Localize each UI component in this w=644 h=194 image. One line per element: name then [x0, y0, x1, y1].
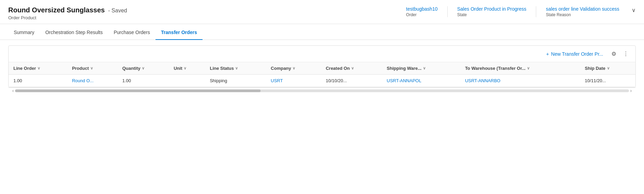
status-block-order: testbugbash10 Order [396, 6, 447, 17]
col-header-line-order[interactable]: Line Order ∨ [9, 62, 67, 75]
col-label-created-on: Created On [326, 66, 350, 71]
tab-summary[interactable]: Summary [8, 25, 40, 40]
more-icon: ⋮ [623, 51, 629, 57]
col-sort-shipping-ware: ∨ [423, 66, 426, 71]
col-header-to-warehouse[interactable]: To Warehouse (Transfer Or... ∨ [460, 62, 580, 75]
status-block-state: Sales Order Product in Progress State [447, 6, 536, 17]
col-header-shipping-ware[interactable]: Shipping Ware... ∨ [382, 62, 460, 75]
col-sort-product: ∨ [90, 66, 93, 71]
company-link[interactable]: USRT [271, 78, 283, 83]
col-label-company: Company [271, 66, 291, 71]
cell-product[interactable]: Round O... [67, 75, 118, 87]
table-row: 1.00 Round O... 1.00 Shipping USRT 10/10… [9, 75, 635, 87]
header-status-group: testbugbash10 Order Sales Order Product … [396, 6, 636, 17]
cell-unit [169, 75, 205, 87]
tabs-bar: Summary Orchestration Step Results Purch… [0, 25, 644, 40]
table-header-row: Line Order ∨ Product ∨ Quantity ∨ [9, 62, 635, 75]
main-content: + New Transfer Order Pr... ⚙ ⋮ Line Orde… [0, 40, 644, 99]
col-label-unit: Unit [174, 66, 182, 71]
col-sort-ship-date: ∨ [607, 66, 610, 71]
col-sort-created-on: ∨ [351, 66, 354, 71]
col-header-product[interactable]: Product ∨ [67, 62, 118, 75]
cell-ship-date: 10/11/20... [580, 75, 635, 87]
col-label-ship-date: Ship Date [585, 66, 606, 71]
col-sort-line-order: ∨ [37, 66, 40, 71]
col-sort-line-status: ∨ [235, 66, 238, 71]
order-value[interactable]: testbugbash10 [406, 6, 438, 12]
tab-transfer-orders[interactable]: Transfer Orders [156, 25, 203, 40]
col-label-line-order: Line Order [13, 66, 36, 71]
transfer-orders-table-container: + New Transfer Order Pr... ⚙ ⋮ Line Orde… [8, 45, 636, 87]
state-label: State [457, 12, 527, 17]
tab-orchestration[interactable]: Orchestration Step Results [40, 25, 108, 40]
col-label-shipping-ware: Shipping Ware... [387, 66, 422, 71]
transfer-orders-table: Line Order ∨ Product ∨ Quantity ∨ [9, 62, 635, 87]
new-transfer-order-label: New Transfer Order Pr... [551, 51, 603, 57]
horizontal-scrollbar-track[interactable] [15, 89, 629, 92]
col-label-quantity: Quantity [122, 66, 140, 71]
bottom-scrollbar-bar: ‹ › [8, 87, 636, 94]
cell-quantity: 1.00 [117, 75, 169, 87]
horizontal-scrollbar-thumb[interactable] [15, 89, 261, 92]
page-header: Round Oversized Sunglasses - Saved Order… [0, 0, 644, 24]
state-value[interactable]: Sales Order Product in Progress [457, 6, 527, 12]
status-block-state-reason: sales order line Validation success Stat… [536, 6, 629, 17]
col-header-created-on[interactable]: Created On ∨ [321, 62, 382, 75]
header-expand-icon[interactable]: ∨ [629, 6, 636, 13]
order-label: Order [406, 12, 438, 17]
col-label-to-warehouse: To Warehouse (Transfer Or... [465, 66, 526, 71]
cell-line-status: Shipping [205, 75, 266, 87]
to-warehouse-link[interactable]: USRT-ANNARBO [465, 78, 501, 83]
col-header-unit[interactable]: Unit ∨ [169, 62, 205, 75]
col-sort-quantity: ∨ [142, 66, 145, 71]
shipping-ware-link[interactable]: USRT-ANNAPOL [387, 78, 422, 83]
col-header-ship-date[interactable]: Ship Date ∨ [580, 62, 635, 75]
saved-label: - Saved [108, 8, 127, 13]
col-label-line-status: Line Status [210, 66, 234, 71]
col-header-line-status[interactable]: Line Status ∨ [205, 62, 266, 75]
cell-company[interactable]: USRT [266, 75, 321, 87]
col-header-quantity[interactable]: Quantity ∨ [117, 62, 169, 75]
cell-to-warehouse[interactable]: USRT-ANNARBO [460, 75, 580, 87]
col-header-company[interactable]: Company ∨ [266, 62, 321, 75]
header-title-row: Round Oversized Sunglasses - Saved [8, 6, 396, 14]
col-sort-unit: ∨ [184, 66, 186, 71]
settings-icon: ⚙ [611, 51, 616, 57]
page-title: Round Oversized Sunglasses [8, 6, 105, 14]
scroll-left-button[interactable]: ‹ [11, 88, 15, 94]
plus-icon: + [546, 51, 549, 57]
cell-line-order: 1.00 [9, 75, 67, 87]
new-transfer-order-button[interactable]: + New Transfer Order Pr... [543, 50, 606, 58]
header-left: Round Oversized Sunglasses - Saved Order… [8, 6, 396, 20]
page-subtitle: Order Product [8, 15, 396, 20]
col-sort-to-warehouse: ∨ [527, 66, 530, 71]
col-label-product: Product [72, 66, 89, 71]
cell-shipping-ware[interactable]: USRT-ANNAPOL [382, 75, 460, 87]
cell-created-on: 10/10/20... [321, 75, 382, 87]
product-link[interactable]: Round O... [72, 78, 94, 83]
settings-button[interactable]: ⚙ [610, 49, 618, 58]
state-reason-value[interactable]: sales order line Validation success [546, 6, 619, 12]
state-reason-label: State Reason [546, 12, 619, 17]
more-options-button[interactable]: ⋮ [622, 49, 630, 58]
table-toolbar: + New Transfer Order Pr... ⚙ ⋮ [9, 46, 635, 62]
scroll-right-button[interactable]: › [629, 88, 633, 94]
col-sort-company: ∨ [292, 66, 295, 71]
tab-purchase-orders[interactable]: Purchase Orders [108, 25, 156, 40]
